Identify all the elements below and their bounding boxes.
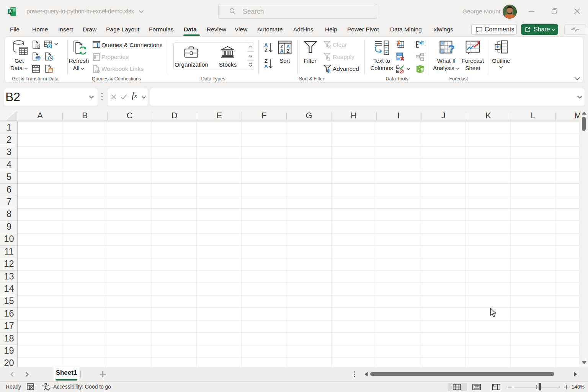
svg-text:X: X: [9, 9, 11, 13]
